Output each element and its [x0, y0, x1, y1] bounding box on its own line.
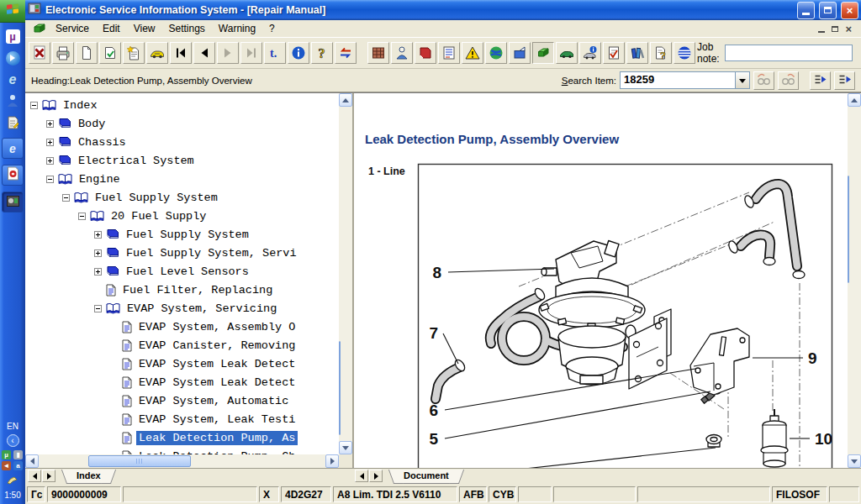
tree-item-label[interactable]: Body [76, 117, 108, 131]
tree-item-label[interactable]: Index [61, 98, 100, 113]
refresh-button[interactable] [335, 42, 357, 64]
network-button[interactable] [673, 42, 695, 64]
document-help-button[interactable]: ? [650, 42, 672, 64]
restore-button[interactable] [819, 2, 837, 19]
menu-service[interactable]: Service [49, 21, 96, 36]
tree-item-label[interactable]: Fuel Supply System [124, 228, 251, 242]
quick-launch-notes[interactable] [4, 115, 21, 132]
tree-item-label[interactable]: EVAP System Leak Detect [136, 375, 298, 390]
menu-settings[interactable]: Settings [162, 21, 212, 36]
task-internet-explorer[interactable]: e [2, 138, 24, 159]
tree-item[interactable]: EVAP System, Leak Testi [25, 410, 339, 428]
tray-volume-icon[interactable]: ◄ [2, 461, 11, 470]
tree-item[interactable]: EVAP System, Automatic [25, 391, 339, 410]
tree-item-label[interactable]: EVAP System, Assembly O [136, 320, 298, 334]
fill-tool-button[interactable] [509, 42, 531, 64]
customer-button[interactable] [391, 42, 413, 64]
collapse-icon[interactable] [62, 194, 70, 202]
scroll-down-button[interactable] [339, 441, 352, 454]
scroll-down-button[interactable] [848, 454, 861, 468]
tree-item-label[interactable]: 20 Fuel Supply [108, 209, 209, 223]
tree-item-label[interactable]: EVAP System, Servicing [124, 302, 279, 316]
repair-manual-button[interactable] [415, 42, 436, 64]
document-vertical-scrollbar[interactable] [848, 93, 861, 468]
tree-item[interactable]: Body [25, 114, 339, 133]
print-button[interactable] [52, 42, 74, 64]
tab-scroll-left-button[interactable] [355, 470, 368, 482]
new-entry-button[interactable] [123, 42, 145, 64]
task-esis-app[interactable] [2, 192, 24, 213]
tree-horizontal-scrollbar[interactable] [25, 454, 339, 468]
collapse-icon[interactable] [46, 176, 54, 183]
tray-device-icon[interactable]: ▮ [13, 450, 23, 459]
tree-item-label[interactable]: Electrical System [76, 154, 197, 168]
vehicle-info-button[interactable] [579, 42, 601, 64]
expand-icon[interactable] [46, 120, 54, 128]
tree-item[interactable]: Index [25, 96, 339, 114]
jump-next-item-button[interactable] [834, 71, 855, 90]
clock[interactable]: 1:50 [4, 491, 20, 500]
tree-item-label[interactable]: EVAP System Leak Detect [136, 357, 298, 371]
collapse-icon[interactable] [30, 102, 38, 109]
tree-item-label[interactable]: Fuel Supply System [92, 191, 220, 205]
parts-catalog-button[interactable] [367, 42, 389, 64]
tree-item-label[interactable]: EVAP Canister, Removing [136, 339, 298, 353]
jump-previous-item-button[interactable] [810, 71, 831, 90]
collapse-icon[interactable] [94, 305, 102, 312]
mdi-minimize-button[interactable] [818, 31, 825, 33]
tree-item[interactable]: 20 Fuel Supply [25, 207, 339, 225]
tree-item[interactable]: EVAP System Leak Detect [25, 354, 339, 373]
checklist-button[interactable] [603, 42, 625, 64]
job-note-input[interactable] [725, 45, 853, 61]
quick-launch-media-player[interactable] [4, 50, 21, 66]
minimize-button[interactable] [797, 2, 815, 19]
tree-item[interactable]: Engine [25, 170, 339, 188]
tab-scroll-left-button[interactable] [28, 470, 41, 482]
tray-pointer-icon[interactable] [7, 473, 18, 488]
quick-launch-messenger[interactable] [4, 93, 21, 110]
tray-utorrent-icon[interactable]: µ [2, 450, 11, 459]
go-first-button[interactable] [170, 42, 192, 64]
tree-item-label[interactable]: Fuel Level Sensors [124, 265, 251, 279]
start-button[interactable] [0, 0, 25, 23]
tree-item-label[interactable]: Engine [77, 172, 123, 186]
tab-document[interactable]: Document [395, 470, 457, 484]
task-pdf-reader[interactable] [2, 165, 24, 186]
menu-edit[interactable]: Edit [96, 21, 127, 36]
quick-launch-utorrent[interactable]: µ [4, 28, 21, 45]
tab-index[interactable]: Index [68, 470, 109, 484]
text-size-button[interactable]: t. [264, 42, 286, 64]
tree-item-label[interactable]: EVAP System, Automatic [136, 394, 291, 408]
menu-view[interactable]: View [127, 21, 162, 36]
language-indicator[interactable]: EN [7, 422, 18, 431]
expand-icon[interactable] [94, 249, 102, 257]
tab-scroll-right-button[interactable] [42, 470, 55, 482]
vehicle-button[interactable] [146, 42, 168, 64]
service-brick-button[interactable] [532, 42, 554, 64]
mdi-restore-button[interactable] [832, 26, 838, 32]
tree-item[interactable]: EVAP System, Assembly O [25, 318, 339, 336]
menu-warning[interactable]: Warning [212, 21, 262, 36]
tree-vertical-scrollbar[interactable] [339, 93, 352, 454]
scroll-left-button[interactable] [25, 454, 39, 468]
info-button[interactable] [288, 42, 309, 64]
tree-item-label[interactable]: EVAP System, Leak Testi [136, 412, 298, 427]
search-item-combobox[interactable]: 18259 [620, 71, 750, 89]
expand-icon[interactable] [46, 157, 54, 165]
expand-icon[interactable] [94, 268, 102, 276]
scroll-up-button[interactable] [339, 93, 352, 107]
tree-hscrollbar-thumb[interactable] [88, 455, 191, 467]
tree-item[interactable]: Fuel Supply System [25, 225, 339, 244]
exit-button[interactable] [29, 42, 50, 64]
tree-item[interactable]: EVAP System, Servicing [25, 299, 339, 318]
scroll-right-button[interactable] [325, 454, 339, 468]
close-button[interactable]: × [841, 2, 858, 19]
quick-launch-internet-explorer[interactable]: e [4, 71, 21, 88]
tree-item-label[interactable]: Fuel Filter, Replacing [120, 283, 275, 297]
expand-icon[interactable] [94, 231, 102, 239]
tab-scroll-right-button[interactable] [369, 470, 383, 482]
tree-item-label[interactable]: Chassis [76, 135, 129, 150]
tree-item[interactable]: EVAP Canister, Removing [25, 336, 339, 354]
help-button[interactable]: ? [311, 42, 333, 64]
tree-item[interactable]: Electrical System [25, 151, 339, 170]
